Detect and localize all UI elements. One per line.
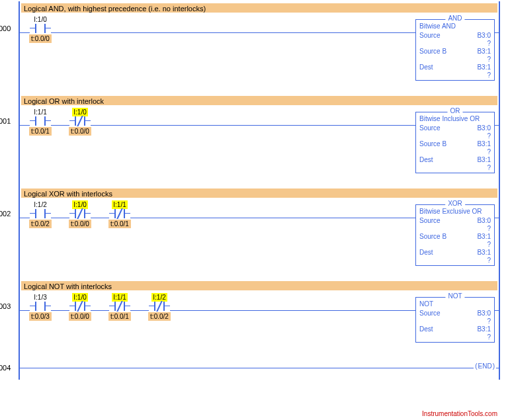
param-value: B3:0 bbox=[477, 31, 491, 40]
rung-number: 002 bbox=[0, 210, 11, 218]
contacts-row: I:1/2 t:0.0/2 I:1/0 t:0.0/0 I:1/1 t:0.0/… bbox=[24, 200, 136, 228]
rung-001: 001 Logical OR with interlock I:1/1 t:0.… bbox=[20, 94, 499, 187]
contact-symbol-no bbox=[30, 209, 51, 218]
param-value: B3:0 bbox=[477, 309, 491, 317]
param-sub: ? bbox=[419, 71, 491, 79]
param-label: Source bbox=[419, 124, 441, 132]
param-value: B3:1 bbox=[477, 47, 491, 56]
contact-address-bot: t:0.0/3 bbox=[29, 312, 52, 321]
contact-xio[interactable]: I:1/1 t:0.0/1 bbox=[103, 200, 136, 228]
rung-number: 003 bbox=[0, 302, 11, 310]
param-value: B3:1 bbox=[477, 248, 491, 257]
param-sub: ? bbox=[419, 241, 491, 248]
contact-symbol-no bbox=[30, 24, 51, 33]
contact-address-bot: t:0.0/1 bbox=[29, 127, 52, 136]
param-sub: ? bbox=[419, 132, 491, 140]
block-name: NOT bbox=[419, 300, 491, 308]
param-label: Source bbox=[419, 31, 441, 40]
param-value: B3:1 bbox=[477, 63, 491, 71]
block-name: Bitwise Exclusive OR bbox=[419, 208, 491, 215]
contact-symbol-nc bbox=[149, 302, 170, 311]
param-label: Source bbox=[419, 216, 441, 225]
rung-number: 004 bbox=[0, 364, 11, 372]
contact-xic[interactable]: I:1/3 t:0.0/3 bbox=[24, 293, 57, 321]
block-name: Bitwise Inclusive OR bbox=[419, 115, 491, 122]
instruction-block-and[interactable]: AND Bitwise AND SourceB3:0 ? Source BB3:… bbox=[415, 19, 495, 81]
contact-xio[interactable]: I:1/1 t:0.0/1 bbox=[103, 293, 136, 321]
param-label: Source B bbox=[419, 47, 446, 56]
contacts-row: I:1/3 t:0.0/3 I:1/0 t:0.0/0 I:1/1 t:0.0/… bbox=[24, 293, 176, 321]
contact-symbol-nc bbox=[109, 209, 130, 218]
contact-address-bot: t:0.0/2 bbox=[148, 312, 171, 321]
contact-xic[interactable]: I:1/2 t:0.0/2 bbox=[24, 200, 57, 228]
param-value: B3:1 bbox=[477, 232, 491, 241]
rung-comment: Logical AND, with highest precedence (i.… bbox=[21, 3, 497, 13]
rung-002: 002 Logical XOR with interlocks I:1/2 t:… bbox=[20, 187, 499, 279]
contact-xio[interactable]: I:1/0 t:0.0/0 bbox=[64, 293, 97, 321]
contact-xio[interactable]: I:1/0 t:0.0/0 bbox=[64, 108, 97, 136]
contact-xio[interactable]: I:1/2 t:0.0/2 bbox=[143, 293, 176, 321]
param-label: Dest bbox=[419, 325, 433, 333]
param-sub: ? bbox=[419, 164, 491, 171]
param-label: Source B bbox=[419, 140, 446, 148]
param-label: Dest bbox=[419, 63, 433, 71]
param-value: B3:0 bbox=[477, 216, 491, 225]
rung-wire bbox=[20, 368, 499, 368]
rung-003: 003 Logical NOT with interlocks I:1/3 t:… bbox=[20, 279, 499, 358]
contact-address-bot: t:0.0/1 bbox=[108, 312, 131, 321]
contact-address-bot: t:0.0/1 bbox=[108, 220, 131, 228]
contacts-row: I:1/1 t:0.0/1 I:1/0 t:0.0/0 bbox=[24, 108, 97, 136]
contact-address-bot: t:0.0/2 bbox=[29, 220, 52, 228]
param-label: Dest bbox=[419, 155, 433, 164]
param-sub: ? bbox=[419, 317, 491, 325]
contact-symbol-no bbox=[30, 302, 51, 311]
param-value: B3:1 bbox=[477, 325, 491, 333]
contact-xic[interactable]: I:1/1 t:0.0/1 bbox=[24, 108, 57, 136]
rung-comment: Logical NOT with interlocks bbox=[21, 281, 497, 290]
rung-end: 004 END bbox=[20, 358, 499, 380]
rung-number: 001 bbox=[0, 117, 11, 125]
block-mnemonic: AND bbox=[445, 15, 464, 22]
param-value: B3:0 bbox=[477, 124, 491, 132]
block-mnemonic: OR bbox=[448, 107, 463, 114]
contact-symbol-no bbox=[30, 116, 51, 126]
param-label: Source B bbox=[419, 232, 446, 241]
param-label: Source bbox=[419, 309, 441, 317]
contact-address-bot: t:0.0/0 bbox=[69, 220, 91, 228]
contact-symbol-nc bbox=[69, 209, 91, 218]
rung-comment: Logical OR with interlock bbox=[21, 96, 497, 105]
block-name: Bitwise AND bbox=[419, 22, 491, 30]
ladder-editor: 000 Logical AND, with highest precedence… bbox=[19, 1, 500, 380]
contact-address-bot: t:0.0/0 bbox=[69, 312, 91, 321]
contact-xic[interactable]: I:1/0 t:0.0/0 bbox=[24, 15, 57, 43]
instruction-block-xor[interactable]: XOR Bitwise Exclusive OR SourceB3:0 ? So… bbox=[415, 204, 495, 266]
param-label: Dest bbox=[419, 248, 433, 257]
contact-address-top: I:1/2 bbox=[32, 200, 48, 209]
contacts-row: I:1/0 t:0.0/0 bbox=[24, 15, 57, 43]
rung-comment: Logical XOR with interlocks bbox=[21, 189, 497, 198]
contact-symbol-nc bbox=[109, 302, 130, 311]
param-sub: ? bbox=[419, 257, 491, 264]
param-sub: ? bbox=[419, 56, 491, 63]
end-instruction: END bbox=[474, 362, 496, 370]
param-value: B3:1 bbox=[477, 140, 491, 148]
contact-address-bot: t:0.0/0 bbox=[29, 34, 52, 43]
instruction-block-or[interactable]: OR Bitwise Inclusive OR SourceB3:0 ? Sou… bbox=[415, 112, 495, 173]
contact-symbol-nc bbox=[69, 302, 91, 311]
param-sub: ? bbox=[419, 333, 491, 341]
param-value: B3:1 bbox=[477, 155, 491, 164]
rung-number: 000 bbox=[0, 24, 11, 32]
rung-000: 000 Logical AND, with highest precedence… bbox=[20, 1, 499, 94]
contact-address-bot: t:0.0/0 bbox=[69, 127, 91, 136]
contact-address-top: I:1/0 bbox=[32, 15, 48, 24]
contact-symbol-nc bbox=[69, 116, 91, 126]
param-sub: ? bbox=[419, 225, 491, 232]
instruction-block-not[interactable]: NOT NOT SourceB3:0 ? DestB3:1 ? bbox=[415, 297, 495, 343]
block-mnemonic: XOR bbox=[445, 200, 465, 207]
contact-address-top: I:1/3 bbox=[32, 293, 48, 302]
param-sub: ? bbox=[419, 148, 491, 155]
contact-xio[interactable]: I:1/0 t:0.0/0 bbox=[64, 200, 97, 228]
param-sub: ? bbox=[419, 40, 491, 47]
contact-address-top: I:1/1 bbox=[32, 108, 48, 116]
block-mnemonic: NOT bbox=[445, 292, 464, 300]
